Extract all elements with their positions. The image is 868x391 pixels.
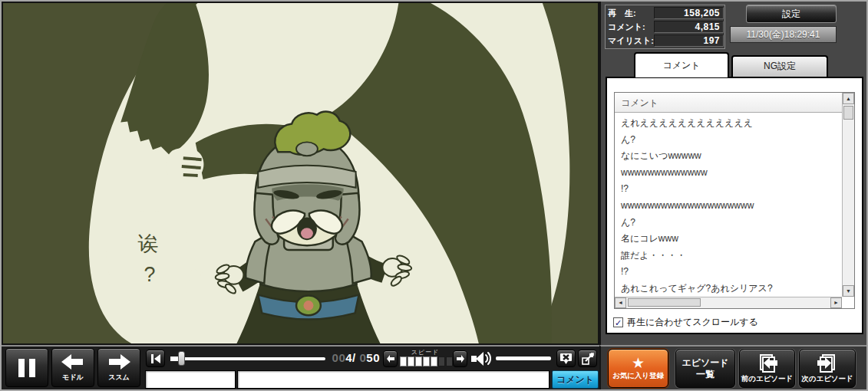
comment-input[interactable]: [237, 370, 550, 389]
favorite-button[interactable]: ★ お気に入り登録: [608, 349, 668, 388]
comment-item[interactable]: wwwwwwwwwwwww: [621, 165, 842, 182]
speed-block: [408, 356, 414, 366]
video-scene: 诶 ?: [3, 3, 598, 343]
resize-window-button[interactable]: [578, 350, 597, 367]
comment-item[interactable]: ん?: [621, 215, 842, 232]
speed-up-button[interactable]: [453, 350, 467, 367]
comment-items: えれええええええええええええん?なにこいつwwwwwwwwwwwwwwwwww!…: [615, 113, 842, 297]
horizontal-scroll-thumb[interactable]: [628, 298, 701, 307]
stat-row: マイリスト:197: [606, 34, 724, 48]
prev-episode-icon: [754, 353, 781, 373]
speed-block: [400, 356, 407, 366]
info-panel: 再 生:158,205コメント:4,815マイリスト:197 設定 11/30(…: [599, 2, 868, 345]
scroll-down-button[interactable]: ▼: [843, 285, 854, 297]
counter-dim-mid: 0: [359, 351, 366, 364]
scroll-up-button[interactable]: ▲: [843, 93, 854, 104]
vertical-scrollbar[interactable]: ▲ ▼: [842, 93, 854, 297]
arrow-right-icon: [106, 353, 132, 371]
scroll-left-button[interactable]: ◄: [615, 297, 626, 308]
volume-control: [470, 350, 553, 367]
comment-item[interactable]: !?: [621, 181, 842, 198]
horizontal-scrollbar[interactable]: ◄ ►: [615, 297, 842, 308]
comment-item[interactable]: えれええええええええええええ: [621, 115, 842, 132]
stat-value: 197: [654, 34, 724, 47]
stat-label: コメント:: [606, 21, 654, 33]
counter-dim-prefix: 00: [332, 351, 346, 364]
video-screen[interactable]: 诶 ?: [2, 2, 599, 345]
episode-bar: ★ お気に入り登録 エピソード一覧 前のエピソード 次のエピソード: [599, 345, 868, 389]
episode-list-button[interactable]: エピソード一覧: [675, 349, 735, 388]
skip-start-icon: [150, 354, 161, 363]
stat-value: 4,815: [654, 21, 724, 33]
seek-track: [170, 357, 325, 360]
counter-current: 4/: [345, 351, 356, 364]
arrow-left-icon: [60, 353, 86, 371]
pause-button[interactable]: [5, 348, 48, 387]
comment-item[interactable]: !?: [621, 264, 842, 281]
prev-episode-label: 前のエピソード: [741, 374, 794, 384]
prev-episode-button[interactable]: 前のエピソード: [739, 349, 795, 388]
comment-x-icon: [559, 353, 573, 365]
stats-table: 再 生:158,205コメント:4,815マイリスト:197: [605, 5, 725, 49]
comment-hide-toggle-button[interactable]: [556, 350, 576, 367]
speed-block: [446, 356, 453, 366]
back-label: モドル: [62, 373, 84, 383]
next-episode-label: 次のエピソード: [801, 374, 853, 384]
next-episode-icon: [814, 353, 840, 373]
datetime-display: 11/30(金)18:29:41: [730, 26, 837, 43]
autoscroll-label: 再生に合わせてスクロールする: [627, 316, 758, 329]
player-controls: モドル ススム 004/ 050 スピード: [2, 345, 599, 389]
tab-ng-settings[interactable]: NG設定: [731, 55, 828, 77]
speed-control: スピード: [383, 348, 467, 369]
speed-down-button[interactable]: [383, 350, 398, 367]
player-window: 诶 ?: [0, 0, 868, 391]
step-back-button[interactable]: モドル: [51, 348, 94, 387]
tab-comment[interactable]: コメント: [634, 52, 729, 77]
comment-item[interactable]: 名にコレwww: [621, 231, 842, 248]
bubble-text-2: ?: [144, 263, 156, 286]
comment-item[interactable]: ん?: [621, 132, 842, 149]
star-icon: ★: [632, 356, 645, 370]
scroll-right-button[interactable]: ►: [830, 297, 842, 308]
command-input[interactable]: [145, 370, 236, 389]
seek-handle[interactable]: [178, 351, 185, 366]
speaker-icon[interactable]: [470, 350, 493, 367]
stat-value: 158,205: [654, 7, 724, 19]
skip-to-start-button[interactable]: [146, 350, 165, 367]
comment-panel: コメント えれええええええええええええん?なにこいつwwwwwwwwwwwwww…: [606, 77, 863, 334]
comment-item[interactable]: なにこいつwwwww: [621, 148, 842, 165]
seek-slider[interactable]: [169, 350, 327, 367]
autoscroll-checkbox[interactable]: ✓: [613, 317, 623, 327]
counter-total: 50: [366, 351, 380, 364]
speed-up-icon: [456, 354, 465, 363]
episode-list-label-1: エピソード: [682, 357, 728, 368]
comment-send-button[interactable]: コメント: [552, 370, 599, 389]
bubble-text-1: 诶: [138, 232, 159, 255]
stat-row: 再 生:158,205: [606, 6, 724, 20]
forward-label: ススム: [108, 373, 130, 383]
speed-block: [438, 356, 445, 366]
comment-list-header: コメント: [615, 93, 842, 113]
speech-bubble: [106, 211, 193, 304]
resize-icon: [581, 352, 595, 365]
volume-slider[interactable]: [496, 356, 551, 360]
pause-icon: [18, 359, 35, 377]
speed-block: [431, 356, 437, 366]
speed-down-icon: [386, 354, 395, 363]
comment-item[interactable]: 誰だよ・・・・: [621, 248, 842, 264]
vertical-scroll-thumb[interactable]: [843, 106, 853, 120]
step-forward-button[interactable]: ススム: [97, 348, 140, 387]
episode-list-label-2: 一覧: [696, 369, 715, 380]
autoscroll-option: ✓ 再生に合わせてスクロールする: [613, 316, 758, 329]
frame-counter: 004/ 050: [329, 351, 380, 366]
comment-list: コメント えれええええええええええええん?なにこいつwwwwwwwwwwwwww…: [614, 92, 855, 309]
stat-label: マイリスト:: [606, 35, 654, 47]
comment-item[interactable]: wwwwwwwwwwwwwwwwwwww: [621, 198, 842, 215]
settings-button[interactable]: 設定: [746, 5, 837, 23]
stat-row: コメント:4,815: [606, 20, 724, 34]
comment-item[interactable]: あれこれってギャグ?あれシリアス?: [621, 281, 842, 297]
speed-block: [423, 356, 430, 366]
speed-block: [415, 356, 422, 366]
next-episode-button[interactable]: 次のエピソード: [799, 349, 856, 388]
speed-level-blocks: [400, 356, 460, 366]
